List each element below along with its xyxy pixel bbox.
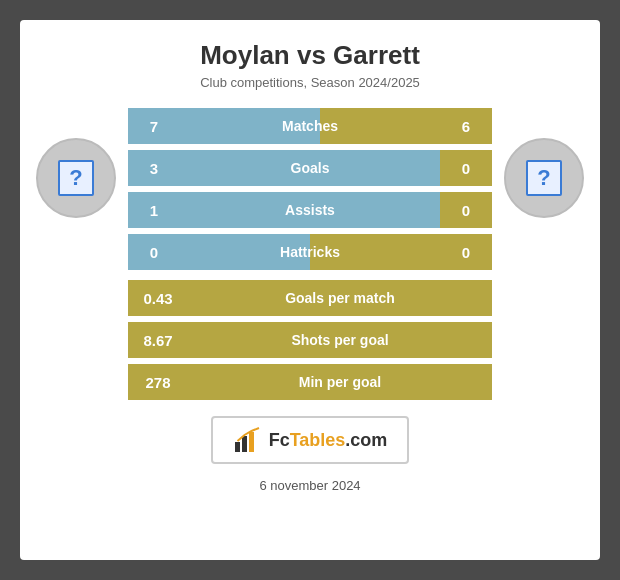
assists-label: Assists <box>285 202 335 218</box>
min-per-goal-bar: Min per goal <box>188 364 492 400</box>
hattricks-label: Hattricks <box>280 244 340 260</box>
goals-per-match-bar: Goals per match <box>188 280 492 316</box>
goals-right-value: 0 <box>440 150 492 186</box>
min-per-goal-value: 278 <box>128 364 188 400</box>
svg-rect-1 <box>242 436 247 452</box>
player-right-avatar: ? <box>504 138 584 218</box>
matches-right-value: 6 <box>440 108 492 144</box>
matches-left-value: 7 <box>128 108 180 144</box>
hattricks-left-value: 0 <box>128 234 180 270</box>
assists-bar: Assists <box>180 192 440 228</box>
hattricks-bar: Hattricks <box>180 234 440 270</box>
matches-label: Matches <box>282 118 338 134</box>
player-left-avatar: ? <box>36 138 116 218</box>
logo-area: FcTables.com <box>211 416 410 464</box>
goals-left-value: 3 <box>128 150 180 186</box>
card: Moylan vs Garrett Club competitions, Sea… <box>20 20 600 560</box>
stat-row-goals: 3 Goals 0 <box>128 150 492 186</box>
shots-per-goal-value: 8.67 <box>128 322 188 358</box>
stat-row-shots-per-goal: 8.67 Shots per goal <box>128 322 492 358</box>
goals-per-match-label: Goals per match <box>285 290 395 306</box>
svg-rect-0 <box>235 442 240 452</box>
stat-row-matches: 7 Matches 6 <box>128 108 492 144</box>
page-title: Moylan vs Garrett <box>200 40 420 71</box>
goals-bar: Goals <box>180 150 440 186</box>
goals-label: Goals <box>291 160 330 176</box>
min-per-goal-label: Min per goal <box>299 374 381 390</box>
assists-right-value: 0 <box>440 192 492 228</box>
hattricks-right-value: 0 <box>440 234 492 270</box>
stats-container: 7 Matches 6 3 Goals 0 1 <box>128 108 492 400</box>
svg-rect-2 <box>249 432 254 452</box>
stat-row-min-per-goal: 278 Min per goal <box>128 364 492 400</box>
stat-row-assists: 1 Assists 0 <box>128 192 492 228</box>
main-content: ? 7 Matches 6 3 Goals 0 <box>36 108 584 400</box>
goals-per-match-value: 0.43 <box>128 280 188 316</box>
matches-bar: Matches <box>180 108 440 144</box>
assists-left-value: 1 <box>128 192 180 228</box>
fctables-chart-icon <box>233 426 261 454</box>
shots-per-goal-label: Shots per goal <box>291 332 388 348</box>
logo-text: FcTables.com <box>269 430 388 451</box>
stat-row-hattricks: 0 Hattricks 0 <box>128 234 492 270</box>
date-text: 6 november 2024 <box>259 478 360 493</box>
stat-row-goals-per-match: 0.43 Goals per match <box>128 280 492 316</box>
player-right-icon: ? <box>526 160 562 196</box>
page-subtitle: Club competitions, Season 2024/2025 <box>200 75 420 90</box>
player-left-icon: ? <box>58 160 94 196</box>
shots-per-goal-bar: Shots per goal <box>188 322 492 358</box>
